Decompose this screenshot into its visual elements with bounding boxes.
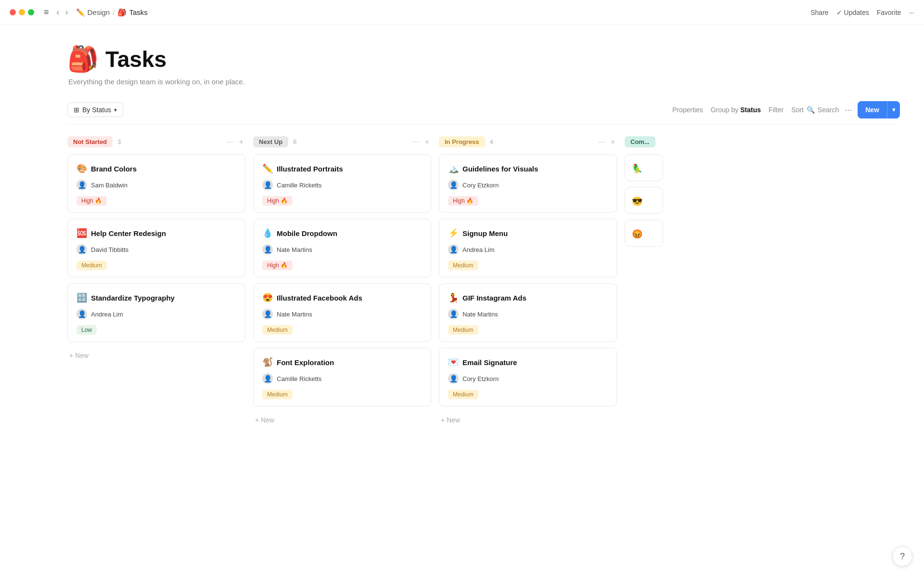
updates-button[interactable]: ✓ Updates (836, 9, 869, 16)
titlebar-left: ≡ ‹ › ✏️ Design / 🎒 Tasks (10, 6, 148, 18)
column-header-next-up: Next Up6···+ (253, 136, 431, 147)
pencil-icon: ✏️ (76, 8, 85, 17)
new-button-arrow[interactable]: ▾ (887, 103, 900, 117)
task-card[interactable]: 😡 (625, 220, 663, 247)
card-title-row: 💌Email Signature (448, 357, 608, 368)
assignee-name: Andrea Lim (462, 246, 494, 253)
titlebar: ≡ ‹ › ✏️ Design / 🎒 Tasks Share ✓ Update… (0, 0, 924, 25)
breadcrumb-parent-label: Design (88, 8, 110, 16)
card-emoji: 🎨 (77, 163, 87, 174)
backpack-icon: 🎒 (117, 8, 127, 17)
properties-button[interactable]: Properties (672, 106, 703, 114)
card-assignee: 👤David Tibbitts (77, 244, 236, 255)
add-card-button[interactable]: + New (439, 412, 617, 428)
breadcrumb-current[interactable]: 🎒 Tasks (117, 8, 147, 17)
nav-arrows: ‹ › (55, 6, 70, 18)
task-card[interactable]: 🔡Standardize Typography👤Andrea LimLow (67, 283, 245, 342)
avatar: 👤 (448, 244, 459, 255)
menu-icon[interactable]: ≡ (44, 7, 49, 17)
share-button[interactable]: Share (810, 9, 828, 16)
priority-badge: High 🔥 (262, 261, 293, 270)
page-subtitle: Everything the design team is working on… (68, 78, 900, 86)
task-card[interactable]: 😎 (625, 187, 663, 214)
task-card[interactable]: ✏️Illustrated Portraits👤Camille Ricketts… (253, 154, 431, 213)
breadcrumb-parent[interactable]: ✏️ Design (76, 8, 110, 17)
group-by-label: Group by (711, 106, 740, 114)
add-card-button[interactable]: + New (67, 348, 245, 363)
avatar: 👤 (77, 309, 87, 319)
group-by-button[interactable]: Group by Status (711, 106, 761, 114)
priority-badge: Medium (448, 325, 478, 335)
avatar: 👤 (262, 244, 273, 255)
toolbar-more-button[interactable]: ··· (843, 105, 854, 115)
column-more-next-up[interactable]: ··· (411, 137, 421, 147)
back-button[interactable]: ‹ (55, 6, 62, 18)
priority-badge: Medium (448, 390, 478, 399)
assignee-name: Nate Martins (277, 311, 312, 318)
group-by-value: Status (740, 106, 761, 114)
column-actions-in-progress: ···+ (596, 137, 617, 147)
new-button[interactable]: New ▾ (858, 101, 900, 118)
priority-badge: Medium (262, 390, 293, 399)
task-card[interactable]: 💧Mobile Dropdown👤Nate MartinsHigh 🔥 (253, 219, 431, 277)
task-card[interactable]: ⚡Signup Menu👤Andrea LimMedium (439, 219, 617, 277)
task-card[interactable]: 🦜 (625, 154, 663, 181)
forward-button[interactable]: › (64, 6, 70, 18)
assignee-name: Nate Martins (277, 246, 312, 253)
task-card[interactable]: 🐒Font Exploration👤Camille RickettsMedium (253, 348, 431, 407)
minimize-button[interactable] (19, 9, 25, 15)
more-options-button[interactable]: ··· (909, 9, 914, 16)
card-title-row: 🎨Brand Colors (77, 163, 236, 174)
card-title: Font Exploration (277, 358, 334, 367)
check-icon: ✓ (836, 9, 842, 16)
assignee-name: Andrea Lim (91, 311, 123, 318)
assignee-name: David Tibbitts (91, 246, 128, 253)
search-button[interactable]: 🔍 Search (807, 106, 839, 114)
card-title: Signup Menu (462, 229, 508, 237)
assignee-name: Camille Ricketts (277, 375, 321, 382)
page-title-row: 🎒 Tasks (67, 44, 900, 74)
priority-badge: High 🔥 (448, 196, 478, 206)
status-badge-in-progress: In Progress (439, 136, 485, 147)
maximize-button[interactable] (28, 9, 34, 15)
column-header-complete: Com... (625, 136, 663, 147)
close-button[interactable] (10, 9, 16, 15)
card-emoji: ✏️ (262, 163, 273, 174)
traffic-lights (10, 9, 34, 15)
task-card[interactable]: 😍Illustrated Facebook Ads👤Nate MartinsMe… (253, 283, 431, 342)
task-card[interactable]: 🆘Help Center Redesign👤David TibbittsMedi… (67, 219, 245, 277)
avatar: 👤 (77, 180, 87, 190)
breadcrumb: ✏️ Design / 🎒 Tasks (76, 8, 148, 17)
card-title-row: 🐒Font Exploration (262, 357, 422, 368)
assignee-name: Nate Martins (462, 311, 498, 318)
column-add-not-started[interactable]: + (237, 137, 245, 147)
card-title: GIF Instagram Ads (462, 294, 526, 302)
task-card[interactable]: 🏔️Guidelines for Visuals👤Cory EtzkornHig… (439, 154, 617, 213)
search-label: Search (818, 106, 839, 114)
column-more-in-progress[interactable]: ··· (596, 137, 606, 147)
task-card[interactable]: 💃GIF Instagram Ads👤Nate MartinsMedium (439, 283, 617, 342)
column-add-next-up[interactable]: + (423, 137, 431, 147)
assignee-name: Camille Ricketts (277, 182, 321, 189)
task-card[interactable]: 🎨Brand Colors👤Sam BaldwinHigh 🔥 (67, 154, 245, 213)
card-title-row: 😍Illustrated Facebook Ads (262, 292, 422, 303)
card-emoji: 😎 (632, 197, 642, 206)
add-card-button[interactable]: + New (253, 412, 431, 428)
page-title: Tasks (105, 46, 167, 72)
favorite-button[interactable]: Favorite (877, 9, 901, 16)
task-card[interactable]: 💌Email Signature👤Cory EtzkornMedium (439, 348, 617, 407)
column-more-not-started[interactable]: ··· (225, 137, 235, 147)
avatar: 👤 (448, 373, 459, 384)
column-header-in-progress: In Progress4···+ (439, 136, 617, 147)
by-status-button[interactable]: ⊞ By Status ▾ (67, 103, 123, 117)
column-next-up: Next Up6···+✏️Illustrated Portraits👤Cami… (253, 136, 431, 428)
avatar: 👤 (262, 309, 273, 319)
page-header: 🎒 Tasks Everything the design team is wo… (67, 44, 900, 86)
page: 🎒 Tasks Everything the design team is wo… (0, 25, 924, 437)
column-add-in-progress[interactable]: + (609, 137, 617, 147)
card-title-row: ⚡Signup Menu (448, 228, 608, 238)
filter-button[interactable]: Filter (769, 106, 783, 114)
sort-button[interactable]: Sort (791, 106, 804, 114)
new-button-label[interactable]: New (858, 102, 887, 118)
card-title: Email Signature (462, 358, 517, 367)
